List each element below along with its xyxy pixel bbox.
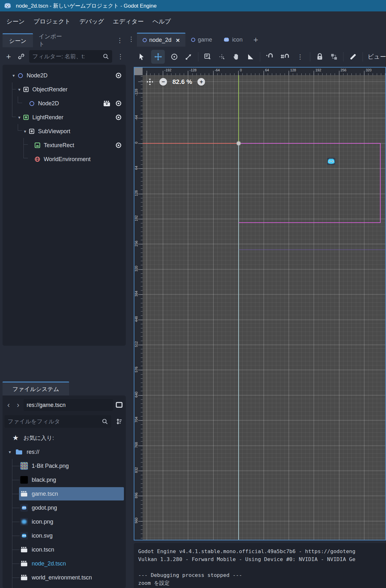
sort-icon xyxy=(115,418,123,425)
ruler-tick-label: 256 xyxy=(134,235,138,252)
file-row[interactable]: godot.png xyxy=(3,501,126,515)
view-menu-button[interactable]: ビュー xyxy=(368,53,386,61)
scale-tool-button[interactable] xyxy=(184,52,193,62)
visibility-eye-icon[interactable] xyxy=(115,72,122,79)
instance-scene-button[interactable] xyxy=(16,52,26,61)
log-line: Godot Engine v4.4.1.stable.mono.official… xyxy=(138,547,386,555)
chevron-down-icon[interactable]: ▾ xyxy=(22,129,29,134)
tree-row-worldenvironment[interactable]: WorldEnvironment xyxy=(3,152,126,166)
file-row[interactable]: world_environment.tscn xyxy=(3,571,126,585)
tab-import[interactable]: インポート xyxy=(33,33,72,47)
window-title: node_2d.tscn - 新しいゲームプロジェクト - Godot Engi… xyxy=(16,2,157,10)
history-forward-icon[interactable]: › xyxy=(14,401,22,409)
ruler-tick-label: 192 xyxy=(134,209,138,227)
image-thumbnail-icon xyxy=(20,532,28,539)
tree-row-objectrender[interactable]: ▾ ObjectRender xyxy=(3,82,126,96)
menu-project[interactable]: プロジェクト xyxy=(29,14,75,29)
scene-file-icon xyxy=(20,546,28,553)
snap-options-menu-icon[interactable]: ⋮ xyxy=(295,52,305,61)
pan-tool-button[interactable] xyxy=(231,52,241,62)
ruler-tick-label: 0 xyxy=(134,134,138,152)
move-tool-button[interactable] xyxy=(151,50,165,64)
skeleton-options-button[interactable] xyxy=(348,52,358,62)
origin-gizmo[interactable] xyxy=(237,141,241,145)
scene-filter-input[interactable]: フィルター: 名前、t: xyxy=(29,50,112,63)
file-row[interactable]: icon.svg xyxy=(3,529,126,543)
chevron-down-icon[interactable]: ▾ xyxy=(10,73,17,78)
chevron-down-icon[interactable]: ▾ xyxy=(16,115,23,120)
chevron-down-icon[interactable]: ▾ xyxy=(6,449,13,454)
file-row-current-scene[interactable]: node_2d.tscn xyxy=(3,557,126,571)
tab-scene[interactable]: シーン xyxy=(3,33,33,47)
select-tool-button[interactable] xyxy=(137,52,146,62)
file-row[interactable]: black.png xyxy=(3,473,126,487)
canvas-toolbar: ⋮ ビュー xyxy=(129,47,386,67)
node2d-icon xyxy=(29,101,34,106)
add-node-button[interactable]: + xyxy=(4,52,13,61)
file-filter-placeholder: ファイルをフィルタ xyxy=(8,418,102,425)
file-row-selected[interactable]: game.tscn xyxy=(3,487,126,501)
menu-scene[interactable]: シーン xyxy=(2,14,29,29)
folder-row-res[interactable]: ▾ res:// xyxy=(3,445,126,459)
tab-icon-scene[interactable]: icon xyxy=(218,33,248,47)
close-tab-icon[interactable]: × xyxy=(176,36,180,44)
main-area: ⋮ node_2d × game icon + xyxy=(129,32,386,588)
tab-game-scene[interactable]: game xyxy=(185,33,218,47)
scene-dock-menu-icon[interactable]: ⋮ xyxy=(115,36,125,45)
toggle-split-mode-button[interactable] xyxy=(114,400,124,410)
file-sort-button[interactable] xyxy=(114,417,124,426)
visibility-eye-icon[interactable] xyxy=(115,142,122,149)
file-filter-input[interactable]: ファイルをフィルタ xyxy=(4,415,111,428)
ruler-left: -128-64064128192256320384448512576640704… xyxy=(134,75,143,540)
path-input[interactable]: res://game.tscn xyxy=(23,399,113,411)
menu-debug[interactable]: デバッグ xyxy=(75,14,109,29)
file-row[interactable]: icon.png xyxy=(3,515,126,529)
zoom-out-button[interactable]: − xyxy=(159,78,167,86)
output-log-panel[interactable]: Godot Engine v4.4.1.stable.mono.official… xyxy=(134,543,386,588)
smart-snap-button[interactable] xyxy=(265,52,274,62)
tree-row-lightrender[interactable]: ▾ LightRender xyxy=(3,110,126,124)
tab-list-menu-icon[interactable]: ⋮ xyxy=(126,35,136,43)
tree-row-texturerect[interactable]: TextureRect xyxy=(3,138,126,152)
tab-node2d-scene[interactable]: node_2d × xyxy=(137,33,185,47)
tree-row-node2d-child[interactable]: Node2D xyxy=(3,96,126,110)
instanced-scene-clapper-icon[interactable] xyxy=(103,100,111,107)
scene-filter-menu-icon[interactable]: ⋮ xyxy=(115,52,125,61)
sprite-node[interactable] xyxy=(327,157,335,165)
ruler-tick-label: -192 xyxy=(164,68,171,72)
menu-editor[interactable]: エディター xyxy=(108,14,148,29)
canvas-viewport[interactable]: − 82.6 % + xyxy=(143,75,385,540)
grid-snap-button[interactable] xyxy=(279,52,290,62)
visibility-eye-icon[interactable] xyxy=(115,114,122,121)
node2d-icon xyxy=(18,73,23,78)
ruler-tool-button[interactable] xyxy=(246,52,255,62)
menu-help[interactable]: ヘルプ xyxy=(148,14,175,29)
scene-dock-toolbar: + フィルター: 名前、t: ⋮ xyxy=(3,48,127,65)
file-row[interactable]: icon.tscn xyxy=(3,543,126,557)
move-pivot-tool-button[interactable] xyxy=(217,52,227,62)
lock-icon xyxy=(316,53,323,61)
tree-row-subviewport[interactable]: ▾ SubViewport xyxy=(3,124,126,138)
2d-canvas: -192-128-64064128192256320 -128-64064128… xyxy=(134,67,386,540)
center-view-icon[interactable] xyxy=(146,78,154,86)
rotate-tool-button[interactable] xyxy=(170,52,179,62)
zoom-in-button[interactable]: + xyxy=(197,78,205,86)
history-back-icon[interactable]: ‹ xyxy=(4,401,13,409)
ruler-tick-label: 512 xyxy=(134,335,138,353)
tab-filesystem[interactable]: ファイルシステム xyxy=(3,382,69,395)
ruler-tick-label: 64 xyxy=(265,68,269,72)
chevron-down-icon[interactable]: ▾ xyxy=(16,87,23,92)
subviewport-icon xyxy=(23,87,29,92)
add-scene-tab-button[interactable]: + xyxy=(248,35,263,47)
folder-icon xyxy=(15,448,23,456)
file-row[interactable]: 1-Bit Pack.png xyxy=(3,459,126,473)
tree-row-node2d-root[interactable]: ▾ Node2D xyxy=(3,69,126,82)
lock-selected-button[interactable] xyxy=(315,52,325,62)
group-icon xyxy=(330,53,338,61)
secondary-bounds-line xyxy=(239,250,385,250)
zoom-percentage[interactable]: 82.6 % xyxy=(172,78,192,86)
visibility-eye-icon[interactable] xyxy=(115,100,122,107)
group-selected-button[interactable] xyxy=(329,52,339,62)
favorites-row[interactable]: ★ お気に入り: xyxy=(3,431,126,445)
list-select-tool-button[interactable] xyxy=(203,52,213,62)
